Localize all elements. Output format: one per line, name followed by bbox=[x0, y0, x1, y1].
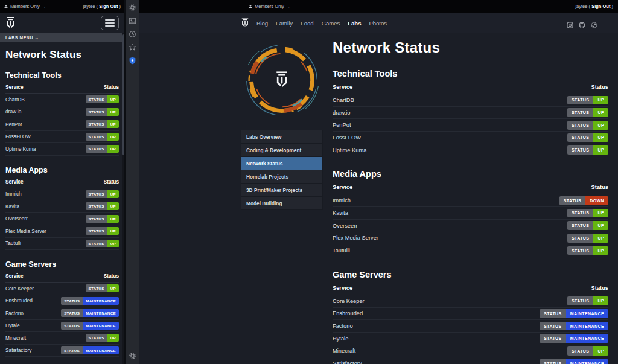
status-badge[interactable]: STATUSUP bbox=[86, 202, 119, 210]
status-badge[interactable]: STATUSUP bbox=[86, 108, 119, 116]
table-row: PenPotSTATUSUP bbox=[333, 119, 608, 132]
status-badge[interactable]: STATUSMAINTENANCE bbox=[61, 309, 119, 317]
members-only-link[interactable]: Members Only → bbox=[4, 4, 46, 9]
members-only-link[interactable]: Members Only → bbox=[248, 4, 290, 9]
sign-out-link[interactable]: Sign Out bbox=[591, 4, 610, 9]
status-badge[interactable]: STATUSUP bbox=[86, 120, 119, 128]
table-row: ImmichSTATUSUP bbox=[5, 188, 119, 201]
status-badge[interactable]: STATUSUP bbox=[86, 334, 119, 342]
members-only-label: Members Only bbox=[10, 4, 40, 9]
menu-item-3d-print-maker-projects[interactable]: 3D Print/Maker Projects bbox=[241, 184, 322, 197]
status-badge[interactable]: STATUSMAINTENANCE bbox=[540, 322, 608, 331]
steam-icon[interactable] bbox=[591, 20, 597, 27]
scrollbar-track[interactable] bbox=[122, 33, 124, 364]
table-row: KavitaSTATUSUP bbox=[333, 207, 608, 220]
service-name: Uptime Kuma bbox=[5, 146, 36, 152]
hamburger-menu-button[interactable] bbox=[101, 16, 119, 30]
status-badge[interactable]: STATUSUP bbox=[567, 108, 608, 117]
image-icon[interactable] bbox=[128, 16, 137, 25]
nav-link-labs[interactable]: Labs bbox=[348, 20, 361, 27]
service-name: Plex Media Server bbox=[333, 235, 378, 241]
service-name: Tautulli bbox=[5, 240, 21, 246]
nav-link-games[interactable]: Games bbox=[322, 20, 340, 27]
status-badge[interactable]: STATUSUP bbox=[567, 246, 608, 255]
labs-menu-breadcrumb[interactable]: LABS MENU → bbox=[0, 33, 124, 42]
menu-item-labs-overview[interactable]: Labs Overview bbox=[241, 130, 322, 144]
service-name: Hytale bbox=[5, 322, 20, 328]
status-badge[interactable]: STATUSMAINTENANCE bbox=[540, 334, 608, 343]
status-badge[interactable]: STATUSUP bbox=[567, 133, 608, 142]
nav-link-blog[interactable]: Blog bbox=[256, 20, 268, 27]
status-badge[interactable]: STATUSMAINTENANCE bbox=[61, 346, 119, 354]
table-row: Core KeeperSTATUSUP bbox=[333, 295, 608, 308]
shield-icon[interactable] bbox=[128, 56, 137, 65]
nav-link-food[interactable]: Food bbox=[301, 20, 314, 27]
site-logo[interactable] bbox=[5, 17, 16, 30]
status-badge[interactable]: STATUSUP bbox=[86, 227, 119, 235]
vertical-toolbar bbox=[126, 0, 139, 364]
status-badge[interactable]: STATUSMAINTENANCE bbox=[61, 297, 119, 305]
clock-icon[interactable] bbox=[128, 30, 137, 39]
mobile-status-sections: Technical ToolsServiceStatusChartDBSTATU… bbox=[0, 71, 124, 357]
members-only-label: Members Only bbox=[255, 4, 284, 9]
section-heading: Game Servers bbox=[333, 270, 608, 279]
site-logo[interactable] bbox=[241, 18, 249, 28]
service-name: Plex Media Server bbox=[5, 228, 46, 234]
col-service: Service bbox=[5, 273, 24, 279]
status-badge[interactable]: STATUSDOWN bbox=[559, 196, 608, 205]
service-name: Immich bbox=[333, 197, 351, 203]
col-status: Status bbox=[591, 184, 608, 190]
status-badge[interactable]: STATUSMAINTENANCE bbox=[540, 359, 608, 364]
username: jaytee ( bbox=[575, 4, 590, 9]
service-name: Satisfactory bbox=[5, 347, 31, 353]
scrollbar-thumb[interactable] bbox=[122, 34, 124, 155]
table-row: SatisfactorySTATUSMAINTENANCE bbox=[333, 357, 608, 364]
status-badge[interactable]: STATUSUP bbox=[567, 221, 608, 230]
settings-gear-icon[interactable] bbox=[128, 351, 137, 360]
star-icon[interactable] bbox=[128, 43, 137, 52]
menu-item-network-status[interactable]: Network Status bbox=[241, 157, 322, 170]
menu-item-coding-development[interactable]: Coding & Development bbox=[241, 144, 322, 157]
status-badge[interactable]: STATUSUP bbox=[567, 346, 608, 356]
table-row: Plex Media ServerSTATUSUP bbox=[333, 232, 608, 245]
nav-link-photos[interactable]: Photos bbox=[369, 20, 387, 27]
status-badge[interactable]: STATUSUP bbox=[86, 240, 119, 247]
col-status: Status bbox=[104, 84, 119, 90]
menu-item-homelab-projects[interactable]: Homelab Projects bbox=[241, 170, 322, 184]
service-name: FossFLOW bbox=[333, 135, 361, 141]
col-status: Status bbox=[591, 84, 608, 90]
table-row: Uptime KumaSTATUSUP bbox=[333, 144, 608, 157]
status-badge[interactable]: STATUSUP bbox=[86, 190, 119, 198]
status-badge[interactable]: STATUSUP bbox=[567, 96, 608, 105]
members-arrow: → bbox=[42, 4, 46, 9]
col-status: Status bbox=[104, 273, 119, 279]
labs-logo-image bbox=[241, 38, 323, 123]
service-name: Kavita bbox=[333, 210, 348, 216]
status-badge[interactable]: STATUSMAINTENANCE bbox=[61, 322, 119, 330]
status-badge[interactable]: STATUSUP bbox=[86, 133, 119, 141]
nav-link-family[interactable]: Family bbox=[276, 20, 293, 27]
gear-icon[interactable] bbox=[128, 3, 137, 12]
table-row: ChartDBSTATUSUP bbox=[5, 94, 119, 106]
service-name: PenPot bbox=[5, 121, 22, 127]
mobile-header bbox=[0, 13, 124, 33]
labs-menu: Labs OverviewCoding & DevelopmentNetwork… bbox=[241, 130, 323, 210]
status-badge[interactable]: STATUSUP bbox=[567, 121, 608, 130]
user-session: jaytee ( Sign Out ) bbox=[575, 4, 613, 9]
col-status: Status bbox=[591, 285, 608, 291]
status-badge[interactable]: STATUSUP bbox=[567, 296, 608, 305]
status-badge[interactable]: STATUSUP bbox=[86, 145, 119, 153]
status-badge[interactable]: STATUSUP bbox=[86, 215, 119, 223]
table-row: MinecraftSTATUSUP bbox=[5, 332, 119, 345]
instagram-icon[interactable] bbox=[567, 20, 573, 27]
table-header: ServiceStatus bbox=[333, 179, 608, 194]
sign-out-link[interactable]: Sign Out bbox=[99, 4, 118, 9]
status-badge[interactable]: STATUSUP bbox=[567, 145, 608, 155]
menu-item-model-building[interactable]: Model Building bbox=[241, 197, 322, 209]
status-badge[interactable]: STATUSUP bbox=[86, 95, 119, 103]
status-badge[interactable]: STATUSUP bbox=[86, 284, 119, 292]
status-badge[interactable]: STATUSUP bbox=[567, 209, 608, 218]
github-icon[interactable] bbox=[579, 20, 585, 27]
status-badge[interactable]: STATUSUP bbox=[567, 234, 608, 243]
status-badge[interactable]: STATUSMAINTENANCE bbox=[540, 309, 608, 318]
